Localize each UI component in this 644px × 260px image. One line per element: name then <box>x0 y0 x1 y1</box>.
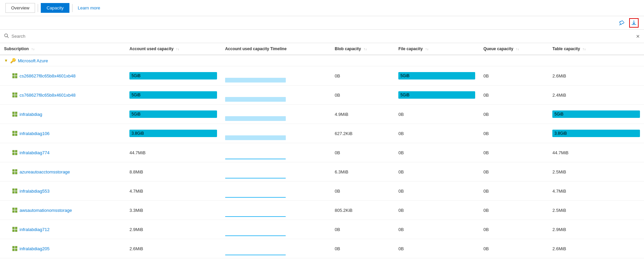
blob-capacity-cell: 0B <box>331 182 394 201</box>
svg-rect-13 <box>12 115 14 117</box>
queue-capacity-cell: 0B <box>479 66 548 86</box>
download-icon <box>631 20 637 26</box>
overview-button[interactable]: Overview <box>5 3 35 13</box>
col-header-file[interactable]: File capacity ↑↓ <box>394 43 479 55</box>
svg-rect-29 <box>12 191 14 193</box>
table-row: infralabdiag553 4.7MiB 0B0B0B4.7MiB <box>0 182 644 201</box>
subscription-link[interactable]: azureautoacctomsstorage <box>20 169 70 174</box>
svg-rect-8 <box>15 93 17 95</box>
subscription-link[interactable]: cs268627f8c65b8x4601xb48 <box>20 73 75 78</box>
subscription-link[interactable]: infralabdiag774 <box>20 150 50 155</box>
subscription-link[interactable]: infralabdiag106 <box>20 131 50 136</box>
table-row: cs768627f8c65b8x4601xb48 5GiB 0B5GiB0B2.… <box>0 86 644 105</box>
file-capacity-cell: 5GiB <box>394 66 479 86</box>
download-button[interactable] <box>629 18 639 28</box>
timeline-cell <box>221 143 331 162</box>
svg-rect-5 <box>12 76 14 78</box>
col-header-subscription[interactable]: Subscription ↑↓ <box>0 43 125 55</box>
svg-rect-42 <box>15 249 17 251</box>
subscription-link[interactable]: cs768627f8c65b8x4601xb48 <box>20 93 75 98</box>
queue-capacity-cell: 0B <box>479 105 548 124</box>
file-capacity-cell: 0B <box>394 124 479 143</box>
group-row-microsoft-azure[interactable]: ▼ 🔑 Microsoft Azure <box>0 55 644 66</box>
subscription-link[interactable]: infralabdiag205 <box>20 246 50 251</box>
svg-rect-21 <box>12 153 14 155</box>
subscription-link[interactable]: infralabdiag712 <box>20 227 50 232</box>
blob-capacity-cell: 6.3MiB <box>331 162 394 182</box>
table-capacity-cell: 4.7MiB <box>548 182 644 201</box>
svg-rect-36 <box>15 227 17 229</box>
col-header-table[interactable]: Table capacity ↑↓ <box>548 43 644 55</box>
blob-capacity-cell: 0B <box>331 239 394 258</box>
svg-rect-35 <box>12 227 14 229</box>
account-used-capacity-cell: 4.7MiB <box>125 182 221 201</box>
col-header-blob[interactable]: Blob capacity ↑↓ <box>331 43 394 55</box>
subscription-link[interactable]: awsautomationomsstorage <box>20 208 72 213</box>
file-capacity-cell: 5GiB <box>394 86 479 105</box>
timeline-line <box>225 255 286 255</box>
queue-capacity-cell: 0B <box>479 86 548 105</box>
svg-rect-9 <box>12 95 14 97</box>
capacity-bar: 5GiB <box>129 91 217 99</box>
timeline-cell <box>221 239 331 258</box>
sort-icon-subscription: ↑↓ <box>31 47 35 51</box>
svg-rect-34 <box>15 210 17 213</box>
subscription-link[interactable]: infralabdiag553 <box>20 189 50 194</box>
svg-rect-39 <box>12 246 14 248</box>
file-capacity-cell: 0B <box>394 220 479 239</box>
svg-rect-31 <box>12 208 14 210</box>
timeline-bar-container <box>225 146 286 159</box>
timeline-bar-container <box>225 165 286 178</box>
svg-rect-3 <box>12 73 14 75</box>
timeline-cell <box>221 182 331 201</box>
table-row: awsautomationomsstorage 3.3MiB 805.2KiB0… <box>0 201 644 220</box>
sort-icon-file: ↑↓ <box>425 47 429 51</box>
pin-icon <box>619 20 624 26</box>
account-used-capacity-cell: 3.3MiB <box>125 201 221 220</box>
learn-more-link[interactable]: Learn more <box>75 3 103 12</box>
storage-icon <box>12 131 18 136</box>
svg-rect-24 <box>15 169 17 171</box>
col-header-timeline[interactable]: Account used capacity Timeline <box>221 43 331 55</box>
table-row: infralabdiag205 2.6MiB 0B0B0B2.6MiB <box>0 239 644 258</box>
search-bar: ✕ <box>0 30 644 43</box>
queue-capacity-cell: 0B <box>479 124 548 143</box>
sort-icon-queue: ↑↓ <box>516 47 519 51</box>
timeline-cell <box>221 66 331 86</box>
table-row: infralabdiag712 2.9MiB 0B0B0B2.9MiB <box>0 220 644 239</box>
subscription-link[interactable]: infralabdiag <box>20 112 42 117</box>
table-row: infralabdiag106 3.8GiB 627.2KiB0B0B3.8Gi… <box>0 124 644 143</box>
svg-rect-16 <box>15 131 17 133</box>
capacity-value: 2.6MiB <box>129 246 143 251</box>
svg-rect-17 <box>12 134 14 136</box>
group-label-text[interactable]: Microsoft Azure <box>18 58 48 63</box>
table-row: infralabdiag774 44.7MiB 0B0B0B44.7MiB <box>0 143 644 162</box>
table-row: infralabdiag 5GiB 4.9MiB0B0B5GiB <box>0 105 644 124</box>
capacity-button[interactable]: Capacity <box>41 3 69 13</box>
storage-icon <box>12 227 18 232</box>
svg-rect-11 <box>12 112 14 114</box>
file-capacity-cell: 0B <box>394 182 479 201</box>
capacity-table: Subscription ↑↓ Account used capacity ↑↓… <box>0 43 644 258</box>
timeline-cell <box>221 220 331 239</box>
svg-rect-7 <box>12 93 14 95</box>
top-nav: Overview Capacity Learn more <box>0 0 644 16</box>
queue-capacity-cell: 0B <box>479 239 548 258</box>
timeline-bar <box>225 135 286 140</box>
svg-rect-22 <box>15 153 17 155</box>
svg-rect-38 <box>15 230 17 232</box>
pin-button[interactable] <box>617 18 626 28</box>
svg-rect-20 <box>15 150 17 152</box>
table-capacity-cell: 2.5MiB <box>548 162 644 182</box>
storage-icon <box>12 207 18 213</box>
search-clear-button[interactable]: ✕ <box>636 34 640 39</box>
svg-rect-41 <box>12 249 14 251</box>
svg-rect-6 <box>15 76 17 78</box>
sort-icon-blob: ↑↓ <box>364 47 367 51</box>
timeline-cell <box>221 124 331 143</box>
table-capacity-cell: 5GiB <box>548 105 644 124</box>
col-header-account-used[interactable]: Account used capacity ↑↓ <box>125 43 221 55</box>
storage-icon <box>12 169 18 174</box>
col-header-queue[interactable]: Queue capacity ↑↓ <box>479 43 548 55</box>
search-input[interactable] <box>11 34 633 39</box>
